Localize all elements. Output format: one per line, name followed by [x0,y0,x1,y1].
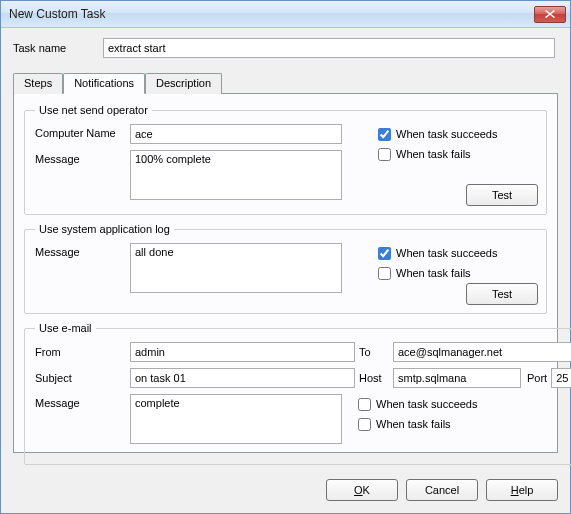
close-button[interactable] [534,6,566,23]
netsend-succeeds-label: When task succeeds [396,128,498,140]
ok-button[interactable]: OK [326,479,398,501]
netsend-succeeds-checkbox[interactable]: When task succeeds [378,124,538,144]
netsend-fails-checkbox[interactable]: When task fails [378,144,538,164]
netsend-message-input[interactable]: 100% complete [130,150,342,200]
netsend-fails-label: When task fails [396,148,471,160]
tab-bar: Steps Notifications Description [13,72,558,93]
group-netsend-legend: Use net send operator [35,104,152,116]
group-email: Use e-mail From Subject [24,322,571,465]
email-subject-input[interactable] [130,368,355,388]
email-from-label: From [35,346,130,358]
group-netsend: Use net send operator Computer Name Mess… [24,104,547,215]
netsend-fails-input[interactable] [378,148,391,161]
email-fails-label: When task fails [376,418,451,430]
email-to-input[interactable] [393,342,571,362]
email-to-label: To [359,346,393,358]
email-succeeds-checkbox[interactable]: When task succeeds [358,394,571,414]
computer-name-input[interactable] [130,124,342,144]
task-name-input[interactable] [103,38,555,58]
applog-succeeds-checkbox[interactable]: When task succeeds [378,243,538,263]
window-title: New Custom Task [9,7,534,21]
close-icon [545,10,555,18]
email-from-input[interactable] [130,342,355,362]
email-succeeds-input[interactable] [358,398,371,411]
applog-test-button[interactable]: Test [466,283,538,305]
help-button-label: Help [511,484,534,496]
email-succeeds-label: When task succeeds [376,398,478,410]
group-email-legend: Use e-mail [35,322,96,334]
computer-name-label: Computer Name [35,124,130,144]
email-port-label: Port [527,372,547,384]
netsend-message-label: Message [35,150,130,200]
applog-fails-checkbox[interactable]: When task fails [378,263,538,283]
group-applog-legend: Use system application log [35,223,174,235]
dialog-window: New Custom Task Task name Steps Notifica… [0,0,571,514]
email-fails-input[interactable] [358,418,371,431]
applog-message-label: Message [35,243,130,293]
email-port-input[interactable] [551,368,571,388]
email-message-label: Message [35,394,130,456]
netsend-succeeds-input[interactable] [378,128,391,141]
email-subject-label: Subject [35,372,130,384]
applog-succeeds-label: When task succeeds [396,247,498,259]
ok-button-label: OK [354,484,370,496]
email-host-label: Host [359,372,393,384]
help-button[interactable]: Help [486,479,558,501]
tab-description[interactable]: Description [145,73,222,94]
applog-fails-input[interactable] [378,267,391,280]
tab-steps[interactable]: Steps [13,73,63,94]
tabpanel-notifications: Use net send operator Computer Name Mess… [13,93,558,453]
tab-notifications[interactable]: Notifications [63,73,145,94]
applog-message-input[interactable]: all done [130,243,342,293]
email-fails-checkbox[interactable]: When task fails [358,414,571,434]
email-host-input[interactable] [393,368,521,388]
task-name-label: Task name [13,42,103,54]
applog-succeeds-input[interactable] [378,247,391,260]
cancel-button[interactable]: Cancel [406,479,478,501]
applog-fails-label: When task fails [396,267,471,279]
email-message-input[interactable]: complete [130,394,342,444]
dialog-button-row: OK Cancel Help [326,479,558,501]
group-applog: Use system application log Message all d… [24,223,547,314]
netsend-test-button[interactable]: Test [466,184,538,206]
task-name-row: Task name [13,38,558,58]
titlebar[interactable]: New Custom Task [1,1,570,28]
client-area: Task name Steps Notifications Descriptio… [1,28,570,513]
